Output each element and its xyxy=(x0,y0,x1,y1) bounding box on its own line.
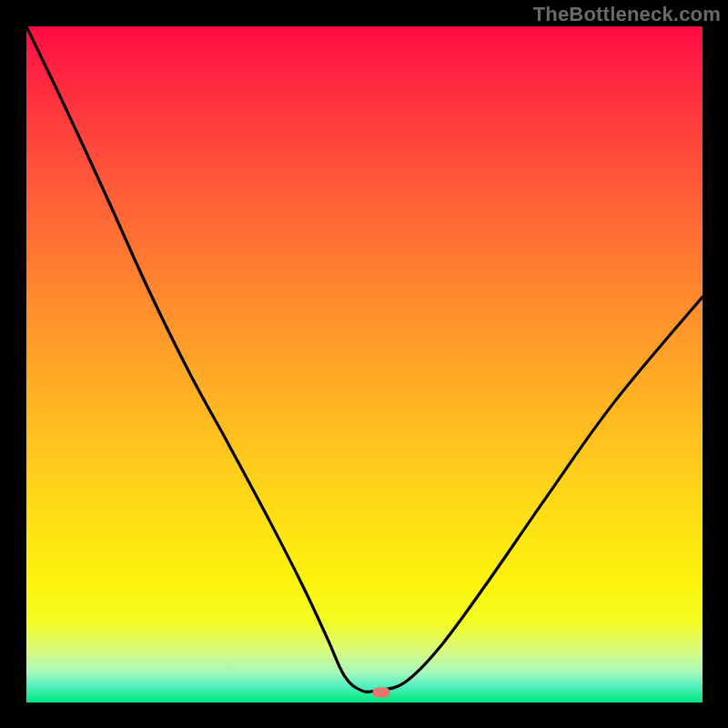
bottleneck-curve xyxy=(26,26,703,703)
watermark-text: TheBottleneck.com xyxy=(533,3,721,26)
plot-area xyxy=(26,26,703,703)
optimum-marker xyxy=(373,687,390,697)
chart-frame: TheBottleneck.com xyxy=(0,0,728,728)
